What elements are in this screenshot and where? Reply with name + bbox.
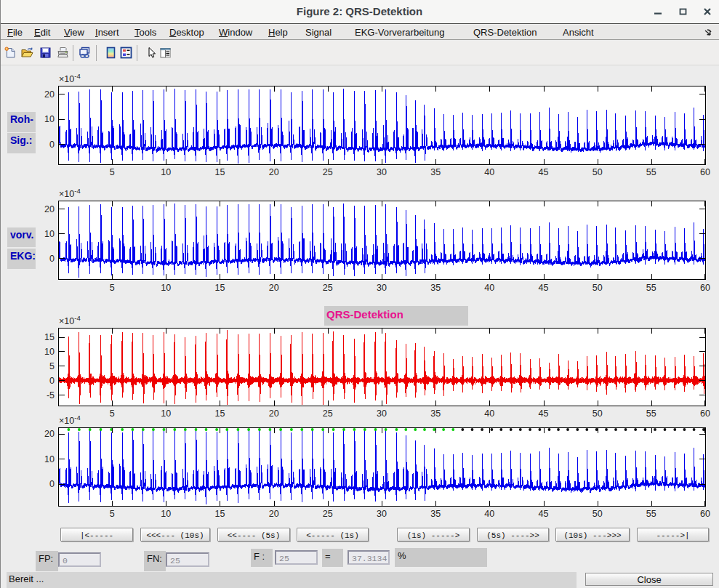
svg-text:60: 60 [700,167,710,177]
svg-text:20: 20 [269,283,279,293]
svg-text:50: 50 [593,167,603,177]
svg-text:5: 5 [110,509,115,519]
svg-text:25: 25 [323,167,333,177]
svg-text:×10-4: ×10-4 [59,72,81,84]
svg-text:55: 55 [646,167,656,177]
svg-text:55: 55 [646,283,656,293]
svg-text:20: 20 [44,89,55,100]
svg-text:15: 15 [215,509,225,519]
svg-text:10: 10 [161,283,171,293]
svg-text:30: 30 [377,167,387,177]
svg-text:0: 0 [49,479,55,489]
svg-text:40: 40 [484,283,494,293]
svg-text:30: 30 [377,283,387,293]
svg-text:45: 45 [539,283,549,293]
svg-text:5: 5 [110,167,115,177]
svg-text:5: 5 [49,361,55,371]
svg-text:-5: -5 [47,390,55,400]
svg-text:60: 60 [700,283,710,293]
svg-text:50: 50 [593,283,603,293]
svg-text:10: 10 [161,509,171,519]
svg-text:35: 35 [430,283,441,293]
svg-text:×10-4: ×10-4 [59,414,81,426]
svg-text:25: 25 [323,283,333,293]
svg-text:40: 40 [484,408,494,419]
svg-text:40: 40 [484,167,494,177]
svg-text:35: 35 [430,167,441,177]
svg-text:35: 35 [430,408,441,419]
svg-text:35: 35 [430,509,441,519]
svg-text:60: 60 [700,509,710,519]
svg-text:5: 5 [110,283,115,293]
svg-text:20: 20 [269,509,279,519]
svg-text:20: 20 [269,167,279,177]
svg-text:50: 50 [593,408,603,419]
svg-text:20: 20 [269,408,279,419]
svg-text:55: 55 [646,509,656,519]
svg-text:60: 60 [700,408,710,419]
svg-text:40: 40 [484,509,494,519]
svg-text:0: 0 [49,254,55,264]
svg-text:10: 10 [44,454,55,464]
svg-text:45: 45 [539,167,549,177]
svg-text:15: 15 [215,408,225,419]
svg-text:50: 50 [593,509,603,519]
svg-text:25: 25 [323,509,333,519]
svg-text:10: 10 [44,114,55,124]
svg-text:10: 10 [161,408,171,419]
svg-text:25: 25 [323,408,333,419]
svg-text:10: 10 [44,229,55,239]
svg-text:20: 20 [44,429,55,439]
svg-text:×10-4: ×10-4 [59,314,81,326]
svg-text:30: 30 [377,509,387,519]
svg-text:10: 10 [44,347,55,357]
svg-text:×10-4: ×10-4 [59,187,81,199]
svg-text:20: 20 [44,204,55,214]
svg-text:10: 10 [161,167,171,177]
svg-text:15: 15 [215,283,225,293]
svg-text:15: 15 [44,332,55,342]
svg-text:0: 0 [49,140,55,150]
svg-text:45: 45 [539,408,549,419]
svg-text:0: 0 [49,376,55,386]
svg-text:45: 45 [539,509,549,519]
svg-text:55: 55 [646,408,656,419]
svg-text:30: 30 [377,408,387,419]
svg-text:15: 15 [215,167,225,177]
svg-text:5: 5 [110,408,115,419]
